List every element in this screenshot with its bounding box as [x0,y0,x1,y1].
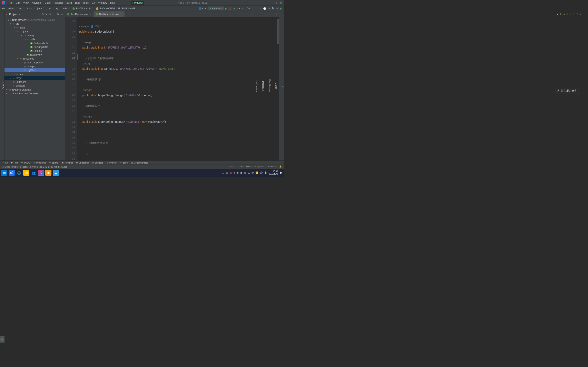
tree-gitignore[interactable]: ▤.gitignore [4,80,65,84]
tool-todo[interactable]: ☰ TODO [21,161,30,164]
stop-button[interactable]: ■ [242,7,243,10]
menu-refactor[interactable]: Refactor [52,1,65,5]
tool-dependencies[interactable]: ▤ Dependencies [131,161,148,164]
select-opened-icon[interactable]: ⊙ [42,13,44,16]
menu-run[interactable]: Run [73,1,81,5]
crumb-src[interactable]: src [19,7,22,10]
tree-utils[interactable]: ▾▭utils [4,37,65,41]
system-tray[interactable]: ⌃ ☁ ▤ ▦ ◈ ◉ ▣ ▨ ☁ 中 📶 🔊 🔋 10:03 2022/10/… [219,170,283,175]
side-project[interactable]: Project [2,82,4,89]
menu-help[interactable]: Help [109,1,117,5]
tray-ime[interactable]: 中 [251,171,254,174]
tool-run[interactable]: ▶ Run [11,161,18,164]
crumb-field[interactable]: BAD_WORDS_LIB_FILE_NAME [100,7,135,10]
taskbar-chrome[interactable]: 🌐 [16,170,22,176]
tray-icon[interactable]: ▦ [230,171,232,174]
caret-position[interactable]: 23:17 [230,165,236,168]
tray-icon[interactable]: ▤ [226,171,228,174]
git-push-icon[interactable]: ↗ [259,7,261,10]
menu-git[interactable]: Git [90,1,96,5]
usages-hint[interactable]: 7 usages [82,89,93,92]
add-user-icon[interactable]: 👤▾ [199,7,203,10]
indent-setting[interactable]: 4 spaces [255,165,264,168]
tool-build[interactable]: ⚒ Build [120,161,128,164]
crumb-main[interactable]: main [27,7,33,10]
crumb-utils[interactable]: utils [63,7,67,10]
editor-scrollbar[interactable] [277,17,279,160]
menu-edit[interactable]: Edit [14,1,22,5]
debug-button[interactable]: 🐞 [229,7,232,10]
tree-file-sample[interactable]: CSample [4,49,65,53]
menu-navigate[interactable]: Navigate [30,1,43,5]
profile-button[interactable]: ⊙▾ [237,7,240,10]
tool-git[interactable]: ⎇ Git [2,161,8,164]
tree-target[interactable]: ▸▭target [4,76,65,80]
tree-scratches[interactable]: ▸▭Scratches and Consoles [4,92,65,95]
menu-window[interactable]: Window [96,1,109,5]
tool-spring[interactable]: ❀ Spring [49,161,58,164]
tree-extlib[interactable]: ▸⊞External Libraries [4,88,65,92]
window-maximize[interactable]: ▢ [274,1,277,4]
tree-file-baidu[interactable]: CBaiduApiUtils [4,45,65,49]
taskbar-clock[interactable]: 10:03 2022/10/5 [269,170,278,175]
crumb-java[interactable]: java [37,7,42,10]
hide-panel-icon[interactable]: — [61,13,63,16]
window-close[interactable]: ✕ [280,1,282,4]
tab-badwordsutil[interactable]: BadWordsUtil.java ✕ [94,11,125,17]
code-content[interactable]: 4 usages 👤 稀客 * public class BadWordsUti… [77,17,277,160]
run-anything-icon[interactable]: ▶ [280,7,282,10]
taskbar-intellij[interactable]: IJ [38,170,44,176]
crumb-com[interactable]: com [47,7,52,10]
editor-body[interactable]: 18 19 20 21 22 23 24 25 26 27 28 29 30 3… [65,17,279,160]
tray-wifi-icon[interactable]: 📶 [255,171,258,174]
usages-hint[interactable]: 1 usage [82,41,91,44]
maven-icon[interactable]: m [282,85,284,87]
line-separator[interactable]: CRLF [238,165,244,168]
git-commit-icon[interactable]: ✓ [256,7,258,10]
tray-chevron-up-icon[interactable]: ⌃ [219,171,221,174]
tencent-meeting-badge[interactable]: ● 腾讯会议 [131,1,144,5]
tray-icon[interactable]: ▣ [240,171,242,174]
taskbar-explorer[interactable]: 📁 [23,170,29,176]
tray-onedrive-icon[interactable]: ☁ [248,171,250,174]
window-minimize[interactable]: — [269,1,271,4]
git-history-icon[interactable]: 🕓 [263,7,266,10]
coverage-button[interactable]: ◉ [233,7,235,10]
taskbar-tencent-meeting[interactable]: ☁ [53,170,59,176]
breadcrumb[interactable]: text_review〉 src〉 main〉 java〉 com〉 qf〉 u… [2,7,135,10]
expand-all-icon[interactable]: ⇲ [45,13,47,16]
lock-icon[interactable]: 🔒 [279,165,282,168]
tray-volume-icon[interactable]: 🔊 [260,171,263,174]
tray-icon[interactable]: ◉ [237,171,239,174]
run-config-dropdown[interactable]: ▸ Sample ▾ [208,7,224,10]
file-encoding[interactable]: UTF-8 [246,165,252,168]
git-rollback-icon[interactable]: ↺ [268,7,270,10]
tray-notifications-icon[interactable]: 💬 [279,171,282,174]
tree-root[interactable]: ▾▸▭text_review C:\Users\zed\IdeaProjects [4,18,65,22]
line-gutter[interactable]: 18 19 20 21 22 23 24 25 26 27 28 29 30 3… [65,17,77,160]
crumb-project[interactable]: text_review [2,7,14,10]
tool-profiler[interactable]: ◔ Profiler [107,161,117,164]
author-hint[interactable]: 稀客 * [95,25,101,28]
tab-list-icon[interactable]: ⋮ [275,13,277,16]
project-view-dropdown[interactable]: ▾ [19,13,20,16]
settings-icon[interactable]: ⚙ [276,7,278,10]
tree-main[interactable]: ▾▭main [4,26,65,30]
start-button[interactable]: ⊞ [1,170,7,176]
tool-terminal[interactable]: ▣ Terminal [61,161,73,164]
tree-resources[interactable]: ▾▭resources [4,57,65,60]
taskbar-app1[interactable]: 👥 [31,170,37,176]
tree-logo[interactable]: ▤logo.png [4,64,65,68]
project-tree[interactable]: ▾▸▭text_review C:\Users\zed\IdeaProjects… [4,17,65,160]
tree-log4j[interactable]: ▤log4j.properties [4,60,65,64]
tree-test[interactable]: ▸▭test [4,72,65,76]
scroll-thumb[interactable] [277,19,279,44]
menu-build[interactable]: Build [65,1,73,5]
menu-view[interactable]: View [22,1,30,5]
panel-settings-icon[interactable]: ⚙ [57,13,59,16]
usages-hint[interactable]: 1 usage [82,62,91,65]
usages-hint[interactable]: 3 usages [82,115,93,118]
tree-file-textreview[interactable]: CTextReview [4,53,65,57]
git-update-icon[interactable]: ✓ [252,7,254,10]
tray-icon[interactable]: ◈ [233,171,235,174]
